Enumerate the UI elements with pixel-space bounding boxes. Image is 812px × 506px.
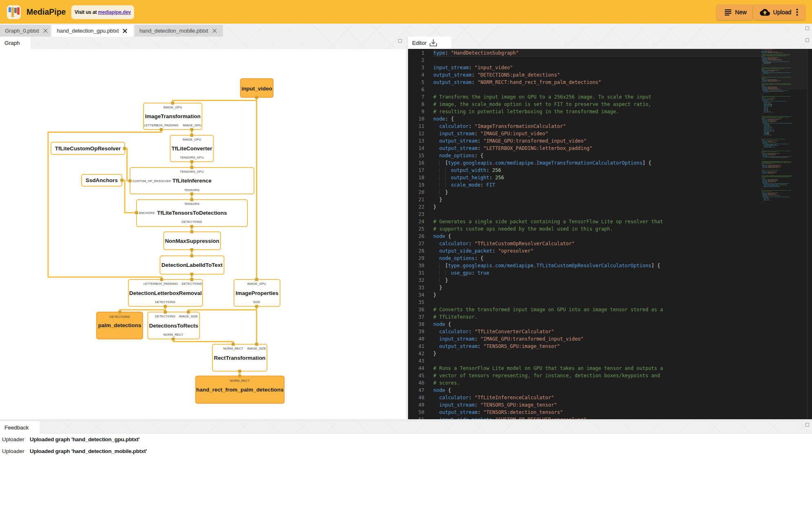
port-dot[interactable] bbox=[190, 278, 194, 281]
kebab-menu-icon[interactable] bbox=[796, 9, 798, 16]
code-token-key: use_gpu bbox=[764, 73, 767, 74]
code-token-key: type bbox=[761, 49, 763, 50]
graph-node-TfLiteInference[interactable]: TfLiteInferenceTENSORS_GPUCUSTOM_OP_RESO… bbox=[128, 166, 254, 196]
code-token-key: FIT bbox=[768, 64, 770, 64]
port-dot[interactable] bbox=[255, 96, 258, 99]
indent-guide bbox=[761, 74, 762, 75]
port-label: DETECTIONS bbox=[155, 315, 175, 318]
code-token-comment: # Converts the transformed input image o… bbox=[433, 307, 663, 312]
tab-editor[interactable]: Editor bbox=[408, 37, 451, 49]
indent-guide bbox=[762, 147, 763, 147]
maximize-editor-icon[interactable] bbox=[805, 38, 809, 42]
port-dot[interactable] bbox=[190, 166, 194, 169]
port-dot[interactable] bbox=[118, 310, 121, 314]
feedback-source: Uploader bbox=[0, 448, 30, 454]
port-dot[interactable] bbox=[135, 211, 138, 214]
feedback-source: Uploader bbox=[0, 436, 30, 442]
port-dot[interactable] bbox=[238, 374, 241, 378]
graph-node-DetectionLabelIdToText[interactable]: DetectionLabelIdToText bbox=[160, 254, 224, 276]
node-title: TfLiteTensorsToDetections bbox=[157, 210, 227, 216]
port-dot[interactable] bbox=[190, 230, 194, 233]
port-dot[interactable] bbox=[190, 192, 194, 196]
graph-node-DetectionLetterboxRemoval[interactable]: DetectionLetterboxRemovalLETTERBOX_PADDI… bbox=[128, 278, 203, 308]
graph-node-SsdAnchors[interactable]: SsdAnchors bbox=[82, 174, 124, 186]
code-token-key: output_stream bbox=[433, 79, 472, 85]
indent-guide bbox=[761, 201, 762, 202]
graph-node-ImageTransformation[interactable]: ImageTransformationIMAGE_GPULETTERBOX_PA… bbox=[143, 101, 202, 131]
port-dot[interactable] bbox=[190, 248, 194, 251]
tab-graph[interactable]: Graph bbox=[0, 37, 31, 49]
port-dot[interactable] bbox=[128, 179, 132, 183]
port-dot[interactable] bbox=[232, 343, 235, 346]
code-token-key: type bbox=[433, 50, 445, 56]
new-button[interactable]: New bbox=[717, 4, 752, 20]
port-dot[interactable] bbox=[187, 310, 190, 314]
maximize-row-icon[interactable] bbox=[805, 26, 809, 30]
code-token-comment: # detections. Each detection describes a… bbox=[761, 117, 783, 118]
code-token-key: node bbox=[433, 387, 445, 393]
code-token-string: "HandDetectionSubgraph" bbox=[764, 49, 773, 50]
port-dot[interactable] bbox=[255, 305, 258, 308]
graph-node-DetectionsToRects[interactable]: DetectionsToRectsDETECTIONSIMAGE_SIZENOR… bbox=[148, 310, 200, 341]
mediapipe-dev-link[interactable]: mediapipe.dev bbox=[98, 9, 131, 15]
indent-guide bbox=[439, 270, 445, 276]
upload-button[interactable]: Upload bbox=[753, 4, 805, 20]
port-dot[interactable] bbox=[190, 225, 194, 228]
port-dot[interactable] bbox=[123, 147, 126, 150]
port-dot[interactable] bbox=[190, 198, 194, 201]
download-icon[interactable] bbox=[430, 39, 437, 46]
port-dot[interactable] bbox=[120, 179, 124, 182]
port-dot[interactable] bbox=[160, 128, 163, 131]
port-dot[interactable] bbox=[238, 370, 241, 373]
code-token-comment: # image, the scale_mode option is set to… bbox=[433, 101, 651, 107]
editor-minimap[interactable]: type: "HandDetectionSubgraph" input_stre… bbox=[761, 49, 792, 203]
close-tab-icon[interactable] bbox=[43, 29, 48, 33]
port-dot[interactable] bbox=[190, 273, 194, 276]
port-dot[interactable] bbox=[255, 278, 258, 281]
graph-node-hand_rect_from_palm_detections[interactable]: hand_rect_from_palm_detectionsNORM_RECT bbox=[196, 374, 284, 403]
indent-guide bbox=[762, 200, 763, 201]
port-dot[interactable] bbox=[190, 160, 194, 163]
indent-guide bbox=[761, 93, 762, 94]
file-tab-Graph_0.pbtxt[interactable]: Graph_0.pbtxt bbox=[0, 25, 51, 37]
port-dot[interactable] bbox=[171, 101, 174, 105]
graph-node-input_video[interactable]: input_video bbox=[241, 79, 273, 99]
port-dot[interactable] bbox=[164, 310, 167, 314]
editor-code[interactable]: type: "HandDetectionSubgraph" input_stre… bbox=[433, 49, 669, 419]
tab-feedback[interactable]: Feedback bbox=[0, 421, 40, 433]
graph-node-TfLiteConverter[interactable]: TfLiteConverterIMAGE_GPUTENSORS_GPU bbox=[170, 134, 214, 163]
logo-bar-gray bbox=[14, 8, 17, 13]
graph-node-NonMaxSuppression[interactable]: NonMaxSuppression bbox=[164, 230, 221, 251]
graph-canvas[interactable]: input_videoImageTransformationIMAGE_GPUL… bbox=[0, 49, 406, 419]
visit-us-button[interactable]: Visit us at mediapipe.dev bbox=[71, 5, 134, 19]
port-dot[interactable] bbox=[164, 305, 167, 308]
code-token-key: output_side_packet bbox=[439, 248, 492, 254]
indent-guide bbox=[762, 112, 763, 113]
port-dot[interactable] bbox=[190, 134, 194, 137]
graph-node-RectTransformation[interactable]: RectTransformationNORM_RECTIMAGE_SIZE bbox=[212, 343, 267, 373]
graph-node-TfLiteCustomOpResolver[interactable]: TfLiteCustomOpResolver bbox=[51, 142, 126, 154]
close-tab-icon[interactable] bbox=[212, 29, 217, 33]
maximize-graph-icon[interactable] bbox=[398, 39, 402, 43]
node-title: hand_rect_from_palm_detections bbox=[196, 387, 283, 393]
code-token-key: com/mediapipe bbox=[770, 123, 774, 124]
code-editor[interactable]: 1 2 3 4 5 6 7 8 9 10 11 12 13 14 15 16 1… bbox=[408, 49, 812, 419]
port-dot[interactable] bbox=[160, 278, 163, 281]
port-dot[interactable] bbox=[190, 128, 194, 131]
file-tab-hand_detection_gpu.pbtxt[interactable]: hand_detection_gpu.pbtxt bbox=[52, 25, 133, 37]
code-token-comment: # MCP of middle finger. bbox=[778, 185, 788, 186]
code-token-string: "NORM_RECT:palm_rect" bbox=[768, 182, 776, 183]
file-tab-hand_detection_mobile.pbtxt[interactable]: hand_detection_mobile.pbtxt bbox=[135, 25, 223, 37]
graph-node-TfLiteTensorsToDetections[interactable]: TfLiteTensorsToDetectionsTENSORSANCHORSD… bbox=[135, 198, 247, 228]
close-tab-icon[interactable] bbox=[123, 29, 127, 33]
code-token-key: output_width bbox=[451, 167, 486, 173]
code-token-key: TfLiteCustomOpResolverCalculatorOptions bbox=[775, 73, 790, 73]
code-token-comment: # provided in the label_map_path option. bbox=[761, 152, 777, 152]
port-dot[interactable] bbox=[255, 343, 258, 346]
port-dot[interactable] bbox=[172, 337, 175, 341]
graph-edge bbox=[173, 339, 233, 344]
port-dot[interactable] bbox=[190, 254, 194, 257]
graph-node-ImageProperties[interactable]: ImagePropertiesIMAGE_GPUSIZE bbox=[234, 278, 280, 308]
maximize-feedback-icon[interactable] bbox=[805, 423, 809, 427]
graph-node-palm_detections[interactable]: palm_detectionsDETECTIONS bbox=[97, 310, 143, 339]
